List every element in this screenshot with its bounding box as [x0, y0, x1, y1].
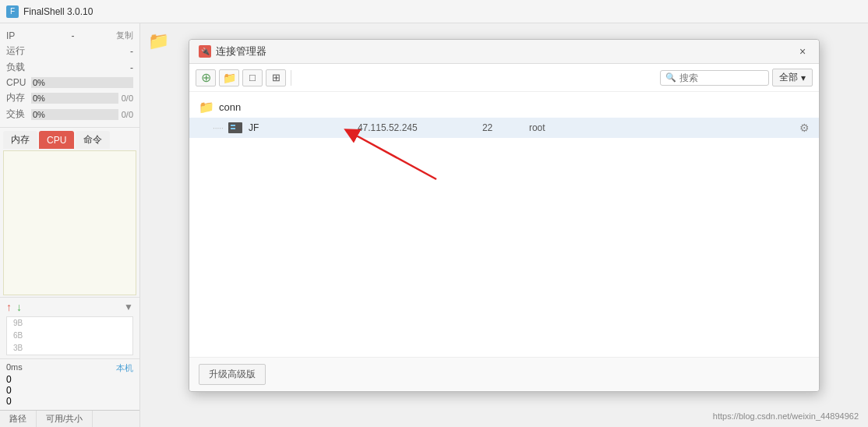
mem-label: 内存 [6, 91, 31, 104]
lat-row: 0ms 本机 [6, 362, 133, 374]
dialog-title-text: 连接管理器 [216, 44, 266, 58]
cpu-row: CPU 0% [6, 76, 133, 90]
swap-row: 交换 0% 0/0 [6, 106, 133, 122]
metric-chart [3, 150, 136, 295]
swap-bar: 0% [31, 109, 118, 120]
filter-label: 全部 [779, 71, 798, 84]
settings-icon[interactable]: ⚙ [799, 122, 810, 134]
sidebar: IP - 复制 运行 - 负载 - CPU [0, 23, 140, 427]
dialog-title-bar: 🔌 连接管理器 × [189, 40, 819, 64]
server-icon [228, 122, 242, 133]
dialog-content: 📁 conn ····· JF 47.115.52.245 22 root [189, 92, 819, 357]
item-actions: ⚙ [799, 122, 810, 134]
grid-button[interactable]: ⊞ [266, 69, 286, 86]
watermark: https://blog.csdn.net/weixin_44894962 [713, 411, 859, 421]
ip-label: IP [6, 30, 30, 41]
search-icon: 🔍 [665, 72, 676, 83]
grid-icon: ⊞ [272, 72, 281, 83]
dialog-footer: 升级高级版 [189, 357, 819, 391]
dialog-toolbar: ⊕ 📁 □ ⊞ [189, 64, 819, 92]
app-window: F FinalShell 3.0.10 IP - 复制 运行 - 负载 [0, 0, 868, 427]
upgrade-button[interactable]: 升级高级版 [199, 364, 266, 385]
tree-indent: ····· [213, 124, 224, 132]
run-label: 运行 [6, 44, 30, 58]
latency-value: 0ms [6, 362, 23, 374]
tree-folder-conn[interactable]: 📁 conn [189, 97, 819, 118]
copy-button[interactable]: 复制 [116, 30, 133, 41]
dialog-close-button[interactable]: × [796, 44, 810, 58]
lat-val1: 0 [6, 374, 133, 385]
tab-path[interactable]: 路径 [0, 411, 37, 427]
net-label-3b: 3B [13, 344, 23, 352]
conn-folder-icon: 📁 [199, 100, 214, 115]
search-input-wrap: 🔍 [660, 70, 769, 86]
add-folder-button[interactable]: 📁 [219, 69, 239, 86]
minimize-button[interactable]: □ [242, 69, 263, 86]
metric-tabs: 内存 CPU 命令 [0, 128, 139, 149]
latency-section: 0ms 本机 0 0 0 [0, 358, 139, 410]
mem-bar: 0% [31, 93, 118, 104]
folder-add-icon: 📁 [223, 72, 236, 84]
search-area: 🔍 全部 ▾ [660, 69, 813, 86]
cpu-label: CPU [6, 77, 31, 88]
app-body: IP - 复制 运行 - 负载 - CPU [0, 23, 868, 427]
mem-ratio: 0/0 [122, 94, 133, 103]
load-row: 负载 - [6, 59, 133, 76]
tab-available[interactable]: 可用/共小 [37, 411, 93, 427]
swap-ratio: 0/0 [122, 110, 133, 119]
dialog-title-icon: 🔌 [199, 45, 211, 58]
tab-mem[interactable]: 内存 [3, 131, 37, 149]
toolbar-separator [291, 70, 291, 86]
main-content: 📁 🔌 连接管理器 × ⊕ [140, 23, 868, 427]
tab-cpu[interactable]: CPU [39, 131, 74, 149]
item-name: JF [249, 122, 342, 133]
more-icon[interactable]: ▼ [124, 302, 133, 312]
title-bar: F FinalShell 3.0.10 [0, 0, 868, 23]
tree-item-jf[interactable]: ····· JF 47.115.52.245 22 root ⚙ [189, 118, 819, 138]
app-icon: F [6, 5, 19, 18]
bottom-tabs: 路径 可用/共小 [0, 410, 139, 427]
app-title: FinalShell 3.0.10 [23, 6, 93, 17]
lat-local: 本机 [116, 362, 133, 374]
cpu-bar: 0% [31, 77, 133, 88]
net-chart: 9B 6B 3B [6, 316, 133, 355]
minimize-icon: □ [249, 72, 256, 83]
download-arrow-icon: ↓ [16, 301, 22, 313]
net-header: ↑ ↓ ▼ [6, 301, 133, 313]
item-port: 22 [482, 122, 529, 133]
add-connection-button[interactable]: ⊕ [196, 69, 216, 86]
conn-folder-name: conn [219, 101, 241, 113]
upload-arrow-icon: ↑ [6, 301, 12, 313]
sidebar-info: IP - 复制 运行 - 负载 - CPU [0, 23, 139, 128]
swap-label: 交换 [6, 108, 31, 121]
dialog-title: 🔌 连接管理器 [199, 44, 266, 58]
item-ip: 47.115.52.245 [358, 122, 482, 133]
dropdown-arrow-icon: ▾ [801, 72, 806, 83]
run-row: 运行 - [6, 43, 133, 59]
net-label-6b: 6B [13, 331, 23, 340]
network-section: ↑ ↓ ▼ 9B 6B 3B [0, 297, 139, 358]
lat-values: 0 0 0 [6, 374, 133, 407]
mem-value: 0% [33, 93, 45, 104]
ip-row: IP - 复制 [6, 28, 133, 43]
connection-manager-dialog: 🔌 连接管理器 × ⊕ 📁 □ [189, 39, 820, 392]
load-label: 负载 [6, 61, 30, 74]
search-input[interactable] [679, 72, 757, 83]
net-label-9b: 9B [13, 319, 23, 327]
net-arrows: ↑ ↓ [6, 301, 22, 313]
load-value: - [130, 62, 133, 73]
lat-val3: 0 [6, 396, 133, 407]
tab-cmd[interactable]: 命令 [76, 131, 110, 149]
lat-val2: 0 [6, 385, 133, 396]
item-user: root [529, 122, 607, 133]
filter-dropdown[interactable]: 全部 ▾ [772, 69, 813, 86]
ip-value: - [72, 30, 75, 41]
connection-tree: 📁 conn ····· JF 47.115.52.245 22 root [189, 92, 819, 143]
swap-value: 0% [33, 109, 45, 120]
mem-row: 内存 0% 0/0 [6, 90, 133, 106]
run-value: - [130, 46, 133, 57]
dialog-overlay: 🔌 连接管理器 × ⊕ 📁 □ [140, 23, 868, 427]
cpu-value: 0% [33, 77, 45, 88]
add-icon: ⊕ [201, 70, 211, 85]
